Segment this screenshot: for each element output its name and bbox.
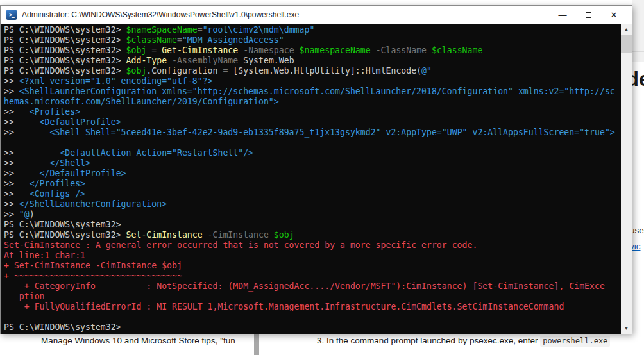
page-pane-scrollbar[interactable] [254, 334, 259, 355]
background-gray-block [632, 0, 644, 62]
console-line: PS C:\WINDOWS\system32> [4, 322, 621, 333]
console-line: >> <ShellLauncherConfiguration xmlns="ht… [4, 87, 621, 97]
console-line: PS C:\WINDOWS\system32> Set-CimInstance … [4, 230, 621, 240]
scroll-down-button[interactable]: ▼ [621, 323, 632, 334]
scroll-down-icon: ▼ [624, 326, 629, 331]
scroll-up-icon: ▲ [624, 27, 629, 31]
console-line: >> <Configs /> [4, 189, 621, 199]
console-line: hemas.microsoft.com/ShellLauncher/2019/C… [4, 97, 621, 107]
console-line: + CategoryInfo : NotSpecified: (MDM_Assi… [4, 281, 621, 292]
console-line: >> </Shell> [4, 158, 621, 169]
background-divider [632, 37, 644, 37]
maximize-icon [586, 12, 591, 18]
titlebar[interactable]: >_ Administrator: C:\WINDOWS\System32\Wi… [1, 6, 632, 24]
manage-tip-text: Manage Windows 10 and Microsoft Store ti… [41, 336, 235, 345]
console-line [4, 312, 621, 322]
console-line: PS C:\WINDOWS\system32> $obj.Configurati… [4, 66, 621, 76]
window-controls: — ✕ [550, 6, 627, 24]
powershell-icon: >_ [6, 10, 17, 20]
console-line: >> </DefaultProfile> [4, 169, 621, 179]
powershell-window: >_ Administrator: C:\WINDOWS\System32\Wi… [0, 5, 632, 334]
console-line: >> <DefaultProfile> [4, 117, 621, 128]
step-3-text: 3. In the command prompt launched by pse… [317, 336, 540, 345]
console-line [4, 138, 621, 148]
console-line: >> <Shell Shell="5ceed41e-3bef-42e2-9ad9… [4, 128, 621, 138]
step-3-instruction: 3. In the command prompt launched by pse… [317, 336, 610, 345]
scroll-thumb[interactable] [621, 35, 632, 53]
console-line: PS C:\WINDOWS\system32> $className="MDM_… [4, 35, 621, 45]
background-divider [632, 51, 644, 52]
close-button[interactable]: ✕ [601, 6, 627, 24]
inline-code-powershell: powershell.exe [540, 336, 610, 347]
console-line: + Set-CimInstance -CimInstance $obj [4, 261, 621, 271]
console-line: Set-CimInstance : A general error occurr… [4, 240, 621, 251]
console-line: ption [4, 292, 621, 302]
console-line: PS C:\WINDOWS\system32> [4, 220, 621, 230]
background-bottom-strip: Manage Windows 10 and Microsoft Store ti… [0, 334, 644, 355]
console-line: >> </ShellLauncherConfiguration> [4, 199, 621, 210]
screen: de use vic Manage Windows 10 and Microso… [0, 0, 644, 355]
scroll-up-button[interactable]: ▲ [621, 24, 632, 35]
console-line: >> <?xml version="1.0" encoding="utf-8"?… [4, 76, 621, 87]
console-line: >> "@) [4, 210, 621, 220]
maximize-button[interactable] [575, 6, 601, 24]
console-scrollbar[interactable]: ▲ ▼ [621, 24, 632, 334]
console-line: PS C:\WINDOWS\system32> $nameSpaceName="… [4, 25, 621, 35]
console-line: PS C:\WINDOWS\system32> Add-Type -Assemb… [4, 56, 621, 66]
console-line: >> <DefaultAction Action="RestartShell"/… [4, 148, 621, 158]
window-title: Administrator: C:\WINDOWS\System32\Windo… [22, 10, 550, 19]
console-line: PS C:\WINDOWS\system32> $obj = Get-CimIn… [4, 45, 621, 56]
console-line: >> <Profiles> [4, 107, 621, 117]
console-line: + ~~~~~~~~~~~~~~~~~~~~~~~~~~~~~~~~~ [4, 271, 621, 281]
minimize-button[interactable]: — [550, 6, 575, 24]
console-line: At line:1 char:1 [4, 251, 621, 261]
console-line: + FullyQualifiedErrorId : MI RESULT 1,Mi… [4, 302, 621, 312]
console-line: >> </Profiles> [4, 179, 621, 189]
console-output[interactable]: PS C:\WINDOWS\system32> $nameSpaceName="… [1, 24, 621, 334]
